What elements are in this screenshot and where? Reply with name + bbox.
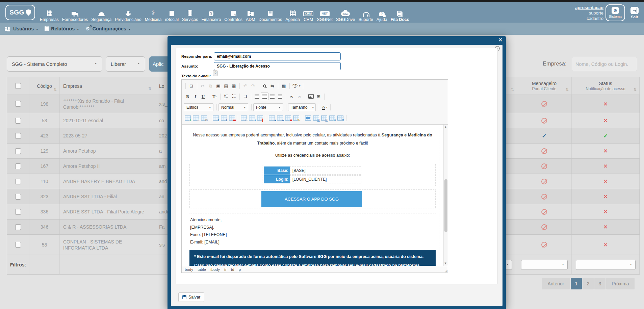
nav-crm[interactable]: CRM CRM (303, 7, 313, 22)
nav-fila-docs[interactable]: Fila Docs (391, 7, 409, 22)
nav-agenda[interactable]: Agenda (285, 7, 300, 22)
row-checkbox[interactable] (15, 133, 21, 139)
nav-documentos[interactable]: Documentos (259, 7, 282, 22)
justify-icon[interactable] (276, 93, 284, 100)
nav-fornecedores[interactable]: Fornecedores (62, 7, 88, 22)
bold-icon[interactable]: B (184, 93, 191, 100)
nav-medicina[interactable]: ⚕ Medicina (145, 7, 162, 22)
table-delete-icon[interactable]: − (193, 115, 199, 121)
pagination-page-3[interactable]: 3 (594, 278, 606, 289)
save-button[interactable]: Salvar (178, 292, 204, 302)
nav-esocial[interactable]: eSocial (165, 7, 179, 22)
path-body[interactable]: body (185, 267, 193, 272)
row-insert-below-icon[interactable]: ↓ (221, 115, 227, 121)
user-link[interactable]: apresentacao (575, 5, 603, 10)
row-insert-above-icon[interactable]: ↑ (213, 115, 219, 121)
nav-adm[interactable]: ADM (246, 7, 255, 22)
paste-icon[interactable]: ▣ (214, 82, 222, 90)
menu-configuracoes[interactable]: ⚙ Configurações (85, 26, 130, 32)
align-center-icon[interactable] (261, 93, 268, 100)
editor-content-area[interactable]: Nesse acesso sua empresa poderá acompanh… (182, 125, 448, 266)
cut-icon[interactable]: ✂ (199, 82, 207, 90)
header-mensageiro[interactable]: Mensageiro Portal Cliente (517, 77, 572, 95)
redo-icon[interactable]: ↷ (249, 82, 257, 90)
find-icon[interactable] (261, 82, 268, 90)
sair-button[interactable]: → Sair (627, 4, 642, 21)
preview-icon[interactable]: ⊡ (187, 82, 195, 90)
cell-delete-icon[interactable]: ▪ (285, 115, 291, 121)
row-checkbox[interactable] (15, 118, 21, 124)
nav-ajuda[interactable]: Ajuda (377, 7, 387, 22)
scroll-down-icon[interactable] (445, 262, 446, 265)
scroll-up-icon[interactable] (445, 126, 446, 128)
nav-servicos[interactable]: Serviços (182, 7, 198, 22)
table-insert-icon[interactable]: + (185, 115, 191, 121)
menu-relatorios[interactable]: Relatórios (45, 26, 79, 31)
link-icon[interactable]: ∞ (288, 93, 295, 100)
sistema-button[interactable]: ⚙ Sistema (606, 4, 625, 21)
align-right-icon[interactable] (268, 93, 276, 100)
format-combo[interactable]: Normal (218, 103, 248, 111)
pagination-next[interactable]: Próxima (606, 278, 635, 289)
scrollbar-thumb[interactable] (444, 179, 447, 232)
cell-properties-icon[interactable]: ✎ (293, 115, 299, 121)
header-codigo[interactable]: Código (29, 77, 60, 95)
unlink-icon[interactable]: ∞ (295, 93, 303, 100)
font-combo[interactable]: Fonte (253, 103, 283, 111)
bullet-list-icon[interactable]: •— •— (230, 93, 238, 100)
sort-icon[interactable] (511, 87, 514, 92)
path-p[interactable]: p (239, 267, 241, 272)
editor-scrollbar[interactable] (443, 125, 448, 266)
empresa-search-input[interactable] (572, 57, 637, 71)
row-checkbox[interactable] (15, 209, 21, 215)
merge-right-icon[interactable]: ◫ (313, 115, 319, 121)
size-combo[interactable]: Tamanho (288, 103, 316, 111)
reply-to-input[interactable] (214, 52, 341, 60)
split-horizontal-icon[interactable]: ↔ (329, 115, 335, 121)
italic-icon[interactable]: I (191, 93, 199, 100)
sort-icon[interactable] (54, 87, 57, 92)
sort-icon[interactable] (148, 86, 151, 92)
path-tbody[interactable]: tbody (210, 267, 220, 272)
path-table[interactable]: table (198, 267, 206, 272)
row-delete-icon[interactable]: ▬ (229, 115, 235, 121)
table-icon[interactable]: ⊞ (315, 93, 323, 100)
sort-icon[interactable] (634, 87, 637, 92)
row-checkbox[interactable] (15, 242, 21, 248)
paste-text-icon[interactable]: ▤ (222, 82, 230, 90)
row-checkbox[interactable] (15, 163, 21, 169)
indent-icon[interactable]: ⇉ (241, 93, 249, 100)
action-select[interactable]: Liberar (106, 56, 145, 72)
row-checkbox[interactable] (15, 224, 21, 230)
styles-combo[interactable]: Estilos (184, 103, 213, 111)
merge-down-icon[interactable]: ◫ (321, 115, 327, 121)
image-icon[interactable] (307, 93, 315, 100)
nav-suporte[interactable]: Suporte (358, 7, 373, 22)
select-all-icon[interactable]: ▩ (280, 82, 288, 90)
pagination-page-1[interactable]: 1 (571, 278, 582, 289)
path-td[interactable]: td (231, 267, 234, 272)
close-icon[interactable] (498, 36, 503, 43)
subject-input[interactable] (214, 62, 341, 70)
spellcheck-icon[interactable]: ABC✔ ▾ (291, 82, 301, 90)
pagination-prev[interactable]: Anterior (542, 278, 570, 289)
resize-grip-icon[interactable] (445, 269, 447, 273)
nav-previdenciario[interactable]: Previdenciário (115, 7, 141, 22)
cell-insert-left-icon[interactable]: ◂ (269, 115, 275, 121)
row-checkbox[interactable] (15, 148, 21, 154)
row-checkbox[interactable] (15, 101, 21, 107)
split-vertical-icon[interactable]: ↕ (337, 115, 343, 121)
pagination-page-2[interactable]: 2 (583, 278, 594, 289)
underline-icon[interactable]: U (199, 93, 207, 100)
row-checkbox[interactable] (15, 179, 21, 184)
menu-usuarios[interactable]: Usuários (5, 26, 38, 31)
nav-empresas[interactable]: Empresas (40, 7, 59, 22)
sgg-logo[interactable]: SGG (5, 5, 35, 20)
cell-insert-right-icon[interactable]: ▸ (277, 115, 283, 121)
column-insert-left-icon[interactable]: ← (241, 115, 247, 121)
cells-merge-icon[interactable] (305, 115, 311, 121)
nav-sggdrive[interactable]: Drive SGGDrive (336, 7, 355, 22)
text-color-icon[interactable]: A ▾ (321, 103, 329, 111)
replace-icon[interactable]: ⇆ (268, 82, 276, 90)
undo-icon[interactable]: ↶ (241, 82, 249, 90)
